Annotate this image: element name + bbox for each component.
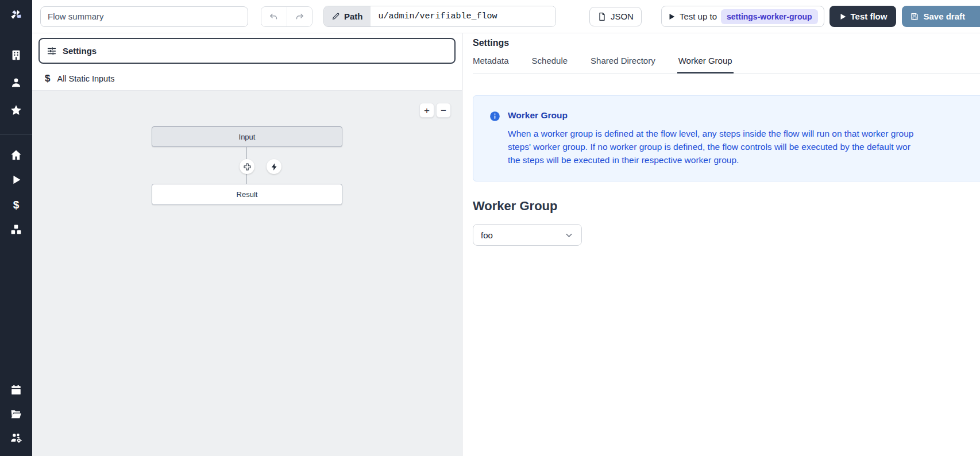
path-label: Path (344, 11, 363, 21)
tab-metadata[interactable]: Metadata (473, 56, 509, 73)
worker-group-select[interactable]: foo (473, 224, 582, 246)
flow-summary-input[interactable] (40, 6, 248, 27)
info-line: When a worker group is defined at the fl… (508, 127, 913, 140)
undo-redo-group (261, 6, 312, 27)
schedules-calendar-icon[interactable] (9, 383, 23, 397)
dollar-icon: $ (45, 73, 50, 84)
save-icon (910, 12, 919, 21)
json-button[interactable]: JSON (589, 7, 642, 26)
play-icon (839, 13, 847, 21)
worker-group-heading: Worker Group (473, 199, 980, 214)
sidebar-divider (0, 134, 32, 134)
topbar: Path u/admin/verifiable_flow JSON Test u… (32, 0, 980, 33)
test-flow-label: Test flow (851, 11, 888, 21)
save-draft-label: Save draft (923, 11, 965, 21)
sidebar: $ (0, 0, 32, 456)
zap-icon (270, 163, 279, 171)
save-draft-button[interactable]: Save draft (902, 6, 980, 27)
all-static-inputs-label: All Static Inputs (57, 74, 114, 83)
runs-play-icon[interactable] (9, 173, 23, 187)
zoom-in-button[interactable]: + (419, 103, 434, 118)
zoom-out-button[interactable]: − (436, 103, 451, 118)
all-static-inputs-item[interactable]: $ All Static Inputs (32, 67, 462, 91)
worker-group-info-box: Worker Group When a worker group is defi… (473, 95, 980, 181)
undo-icon (269, 11, 279, 21)
windmill-flow-editor: $ Path u/admin (0, 0, 980, 456)
sliders-icon (47, 46, 57, 56)
variables-dollar-icon[interactable]: $ (9, 198, 23, 212)
play-icon (668, 13, 676, 21)
test-up-to-label: Test up to (680, 11, 717, 21)
flow-panel: Settings $ All Static Inputs + − Input R… (32, 33, 462, 456)
info-line: steps' worker group. If no worker group … (508, 140, 913, 153)
input-node[interactable]: Input (152, 126, 342, 147)
resources-boxes-icon[interactable] (9, 223, 23, 237)
info-body: When a worker group is defined at the fl… (508, 127, 913, 167)
trigger-zap-button[interactable] (267, 159, 281, 174)
undo-button[interactable] (261, 7, 287, 26)
tab-shared-directory[interactable]: Shared Directory (591, 56, 655, 73)
test-up-to-step-badge[interactable]: settings-worker-group (721, 9, 818, 24)
path-value[interactable]: u/admin/verifiable_flow (371, 6, 555, 26)
star-icon[interactable] (9, 103, 23, 117)
flow-settings-label: Settings (63, 46, 97, 56)
edit-path-button[interactable]: Path (324, 6, 371, 26)
folder-open-icon[interactable] (9, 407, 23, 421)
test-up-to-button[interactable]: Test up to settings-worker-group (661, 6, 824, 27)
test-flow-button[interactable]: Test flow (829, 6, 897, 27)
tab-worker-group[interactable]: Worker Group (678, 56, 732, 73)
json-button-label: JSON (611, 11, 634, 21)
topbar-actions: JSON Test up to settings-worker-group Te… (589, 6, 980, 27)
workspace-building-icon[interactable] (9, 48, 23, 62)
info-icon (489, 111, 500, 122)
tab-schedule[interactable]: Schedule (532, 56, 568, 73)
canvas-zoom-controls: + − (419, 103, 451, 118)
redo-icon (295, 11, 304, 21)
info-title: Worker Group (508, 110, 913, 121)
file-json-icon (597, 12, 607, 21)
path-group: Path u/admin/verifiable_flow (323, 6, 556, 27)
settings-panel-title: Settings (473, 38, 980, 48)
pencil-icon (331, 12, 340, 21)
home-icon[interactable] (9, 148, 23, 162)
user-icon[interactable] (9, 76, 23, 90)
flow-graph-canvas: + − Input Result (32, 91, 462, 456)
info-line: the steps will be executed in their resp… (508, 153, 913, 167)
settings-tabs: Metadata Schedule Shared Directory Worke… (473, 56, 980, 74)
cross-plus-icon (243, 163, 252, 171)
info-content: Worker Group When a worker group is defi… (508, 110, 913, 167)
chevron-down-icon (564, 230, 574, 240)
add-step-button[interactable] (240, 159, 254, 174)
workers-users-gear-icon[interactable] (9, 431, 23, 445)
flow-settings-item[interactable]: Settings (38, 38, 456, 64)
settings-panel: Settings Metadata Schedule Shared Direct… (462, 33, 980, 456)
windmill-logo-icon[interactable] (9, 8, 23, 22)
result-node[interactable]: Result (152, 184, 342, 205)
redo-button[interactable] (287, 7, 312, 26)
worker-group-select-value: foo (481, 230, 493, 240)
